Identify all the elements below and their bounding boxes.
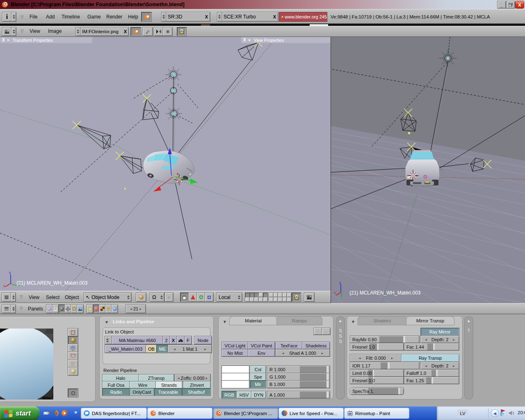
image-window-type-arrows[interactable]: [11, 27, 16, 36]
shad-a-field[interactable]: ◂Shad A 1.000▸: [276, 349, 330, 356]
vcol-paint-toggle[interactable]: VCol Paint: [248, 342, 275, 349]
world-subcontext-button[interactable]: [112, 305, 118, 313]
ior-slider[interactable]: IOR 1.17: [350, 362, 419, 369]
material-unlink-button[interactable]: X: [170, 336, 177, 344]
preview-hair-button[interactable]: [68, 360, 78, 368]
view-properties-panel[interactable]: X►View Properties: [241, 37, 331, 43]
preview-flat-button[interactable]: [68, 329, 78, 336]
shadeless-toggle[interactable]: Shadeless: [302, 342, 330, 349]
halo-toggle[interactable]: Halo: [103, 374, 139, 381]
me-button[interactable]: ME: [157, 345, 168, 353]
material-users-button[interactable]: 2: [163, 336, 170, 344]
title-bar[interactable]: Blender [C:\Program Files\Blender Founda…: [0, 0, 525, 9]
screen-close-icon[interactable]: X: [205, 14, 208, 19]
quicklaunch-mediaplayer-icon[interactable]: [61, 409, 68, 417]
fresnel-mirror-slider[interactable]: Fresnel 1.0: [350, 343, 404, 350]
falloff-slider[interactable]: Falloff 1.0: [404, 370, 459, 377]
hsv-button[interactable]: HSV: [237, 391, 251, 398]
viewport-type-arrows[interactable]: [11, 293, 16, 301]
manipulator-rotate-button[interactable]: [197, 293, 205, 301]
task-blender[interactable]: Blender: [148, 408, 212, 418]
window-type-button[interactable]: i: [2, 12, 11, 21]
preview-sky-button[interactable]: [68, 368, 78, 375]
filt-field[interactable]: ◂Filt: 0.000▸: [350, 354, 402, 362]
material-fake-button[interactable]: F: [185, 336, 192, 344]
panels-label[interactable]: Panels: [28, 306, 43, 312]
texture-collapsed-panel[interactable]: ► T: [465, 317, 473, 399]
mode-dropdown[interactable]: ↖Object Mode: [84, 293, 131, 301]
minimize-button[interactable]: _: [498, 1, 506, 8]
raymir-slider[interactable]: RayMir 0.80: [350, 336, 419, 343]
material-tab[interactable]: Material: [230, 317, 277, 325]
lamp-subcontext-button[interactable]: [87, 305, 93, 313]
panel-collapse-icon[interactable]: ▼: [223, 320, 227, 324]
tray-clock[interactable]: 20:06: [518, 410, 525, 415]
close-button[interactable]: X: [516, 1, 524, 8]
menu-object[interactable]: Object: [65, 294, 79, 300]
menu-file[interactable]: File: [30, 14, 37, 20]
ray-mirror-toggle[interactable]: Ray Mirror: [421, 328, 459, 336]
image-selector[interactable]: IM:FOinterior.pngX: [76, 27, 128, 36]
menu-select[interactable]: Select: [46, 294, 59, 300]
wire-toggle[interactable]: Wire: [130, 381, 156, 388]
manipulator-translate-button[interactable]: [189, 293, 197, 301]
blender-logo-button[interactable]: [142, 12, 151, 21]
spectra-slider[interactable]: SpecTra 1.: [350, 388, 404, 395]
texture-subcontext-button[interactable]: [99, 305, 105, 313]
mirror-transp-tab[interactable]: Mirror Transp: [406, 317, 454, 325]
image-paint-button[interactable]: [143, 27, 153, 36]
fresnel-transp-slider[interactable]: Fresnel 0.0: [350, 377, 404, 384]
image-update-button[interactable]: [163, 27, 172, 36]
restore-button[interactable]: [507, 1, 515, 8]
image-pin-button[interactable]: [131, 27, 141, 36]
quicklaunch-firefox-icon[interactable]: [52, 409, 59, 417]
viewport-separator[interactable]: [331, 37, 331, 303]
preview-alpha-button[interactable]: [68, 389, 78, 397]
viewport-collapse-icon[interactable]: ▽: [20, 294, 23, 299]
material-subcontext-button[interactable]: [93, 305, 99, 313]
orientation-dropdown[interactable]: Local: [217, 293, 242, 301]
fac-transp-slider[interactable]: Fac 1.25: [404, 377, 459, 384]
material-index-field[interactable]: ◂1 Mat 1▸: [168, 345, 212, 353]
move-down-button[interactable]: ↓: [322, 328, 330, 335]
preview-sphere-button[interactable]: [68, 336, 78, 344]
color-swatch-spe[interactable]: [222, 373, 249, 381]
viewport-right[interactable]: zx (21) MCLAREN_WH_Matéri.003: [331, 37, 525, 303]
buttons-type-arrows[interactable]: [11, 305, 16, 313]
panel-collapse-icon[interactable]: ▼: [105, 320, 109, 324]
quicklaunch-chevron[interactable]: »: [74, 409, 77, 415]
radio-toggle[interactable]: Radio: [103, 388, 130, 395]
fac-mirror-slider[interactable]: Fac 1.44: [404, 343, 459, 350]
transform-properties-panel[interactable]: X►Transform Properties: [0, 37, 92, 43]
panel-close-icon[interactable]: X: [2, 38, 5, 42]
viewport-type-button[interactable]: [2, 293, 11, 301]
window-type-arrows[interactable]: [11, 12, 16, 21]
onlycast-toggle[interactable]: OnlyCast: [130, 388, 154, 395]
limit-slider[interactable]: Limit 0.00: [350, 370, 404, 377]
task-das[interactable]: DAS fingerbordsz| FT...: [81, 408, 146, 418]
zoffs-field[interactable]: ◂Zoffs: 0.000▸: [175, 374, 210, 381]
tray-hide-icons-button[interactable]: ◀: [491, 410, 498, 417]
fullosa-toggle[interactable]: Full Osa: [103, 381, 130, 388]
image-window-type-button[interactable]: [2, 27, 11, 36]
menu-timeline[interactable]: Timeline: [62, 14, 80, 20]
ramps-tab[interactable]: Ramps: [277, 317, 322, 325]
col-button[interactable]: Col: [250, 366, 266, 373]
texture-expand-icon[interactable]: ►: [467, 319, 471, 323]
scene-selector[interactable]: SCE:XR TurboX: [217, 12, 278, 21]
transp-depth-field[interactable]: ◂Depth: 2▸: [421, 362, 459, 369]
start-button[interactable]: start: [0, 406, 40, 420]
header-collapse-icon[interactable]: ▽: [21, 15, 24, 19]
blender-version-badge[interactable]: www.blender.org 245: [279, 12, 327, 21]
shaders-tab[interactable]: Shaders: [358, 317, 406, 325]
color-swatch-col[interactable]: [222, 366, 249, 373]
logic-context-button[interactable]: [46, 305, 52, 313]
quicklaunch-show-desktop-icon[interactable]: [43, 409, 50, 417]
slider-g[interactable]: G 1.000: [267, 373, 330, 381]
task-lfs[interactable]: Live for Speed - Pow...: [279, 408, 343, 418]
preview-cube-button[interactable]: [68, 344, 78, 352]
material-car-button[interactable]: [177, 336, 185, 344]
panel-expand-icon[interactable]: ►: [7, 38, 10, 42]
ztransp-toggle[interactable]: ZTransp: [139, 374, 174, 381]
traceable-toggle[interactable]: Traceable: [154, 388, 182, 395]
